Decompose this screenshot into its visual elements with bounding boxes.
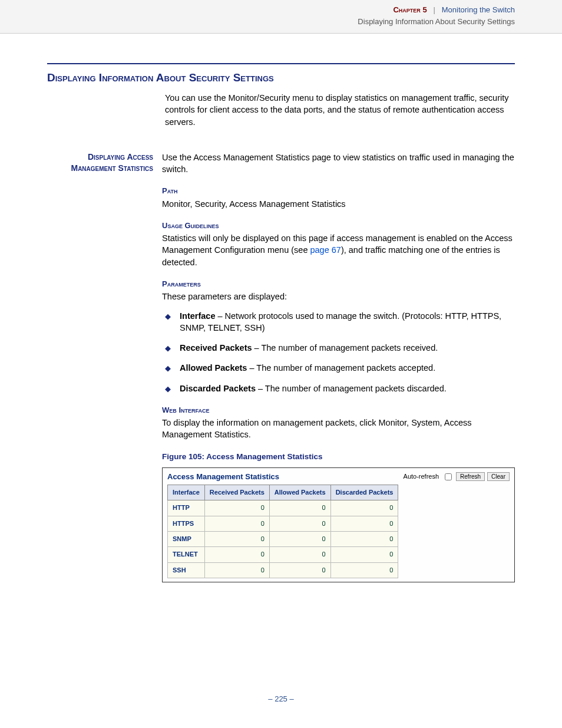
cell-num: 0 <box>269 547 330 562</box>
cell-num: 0 <box>204 562 269 578</box>
cell-proto: HTTP <box>168 500 205 516</box>
param-desc: – The number of management packets recei… <box>252 343 438 353</box>
stats-table: Interface Received Packets Allowed Packe… <box>167 485 398 578</box>
list-item: Received Packets – The number of managem… <box>162 342 515 354</box>
cell-num: 0 <box>204 500 269 516</box>
separator: | <box>429 5 439 14</box>
web-interface-text: To display the information on management… <box>162 417 515 441</box>
cell-proto: SNMP <box>168 532 205 547</box>
path-text: Monitor, Security, Access Management Sta… <box>162 198 515 210</box>
table-row: SNMP 0 0 0 <box>168 532 398 547</box>
page-number: – 225 – <box>0 694 562 704</box>
table-row: HTTPS 0 0 0 <box>168 516 398 531</box>
cell-proto: HTTPS <box>168 516 205 531</box>
figure-caption: Figure 105: Access Management Statistics <box>162 452 515 463</box>
table-row: HTTP 0 0 0 <box>168 500 398 516</box>
cell-num: 0 <box>330 500 398 516</box>
parameter-list: Interface – Network protocols used to ma… <box>162 310 515 394</box>
side-heading: Displaying Access Management Statistics <box>47 151 153 174</box>
cell-num: 0 <box>269 516 330 531</box>
figure-controls: Auto-refresh Refresh Clear <box>404 472 510 482</box>
param-name: Received Packets <box>180 343 252 353</box>
list-item: Allowed Packets – The number of manageme… <box>162 362 515 374</box>
page-link[interactable]: page 67 <box>310 245 340 255</box>
cell-num: 0 <box>269 562 330 578</box>
figure-title: Access Management Statistics <box>167 472 279 482</box>
refresh-button[interactable]: Refresh <box>456 472 485 481</box>
main-intro: Use the Access Management Statistics pag… <box>162 151 515 176</box>
param-name: Interface <box>180 311 215 321</box>
page-header: Chapter 5 | Monitoring the Switch Displa… <box>0 0 562 34</box>
header-subtitle: Displaying Information About Security Se… <box>47 17 515 27</box>
cell-proto: TELNET <box>168 547 205 562</box>
autorefresh-label: Auto-refresh <box>404 472 439 481</box>
figure-screenshot: Access Management Statistics Auto-refres… <box>162 467 515 583</box>
cell-num: 0 <box>330 562 398 578</box>
intro-text: You can use the Monitor/Security menu to… <box>165 92 515 128</box>
chapter-label: Chapter 5 <box>393 5 427 14</box>
th-received: Received Packets <box>204 485 269 500</box>
list-item: Discarded Packets – The number of manage… <box>162 383 515 394</box>
th-allowed: Allowed Packets <box>269 485 330 500</box>
param-desc: – Network protocols used to manage the s… <box>180 311 501 332</box>
usage-label: Usage Guidelines <box>162 220 515 231</box>
cell-num: 0 <box>330 547 398 562</box>
web-interface-label: Web Interface <box>162 405 515 416</box>
cell-num: 0 <box>204 547 269 562</box>
param-desc: – The number of management packets disca… <box>256 384 447 393</box>
param-name: Allowed Packets <box>180 363 247 373</box>
cell-num: 0 <box>204 532 269 547</box>
list-item: Interface – Network protocols used to ma… <box>162 310 515 334</box>
cell-num: 0 <box>330 516 398 531</box>
cell-num: 0 <box>269 532 330 547</box>
horizontal-rule <box>47 63 515 64</box>
table-header-row: Interface Received Packets Allowed Packe… <box>168 485 398 500</box>
param-desc: – The number of management packets accep… <box>247 363 435 373</box>
param-name: Discarded Packets <box>180 384 256 393</box>
table-row: SSH 0 0 0 <box>168 562 398 578</box>
cell-num: 0 <box>204 516 269 531</box>
cell-num: 0 <box>269 500 330 516</box>
autorefresh-checkbox[interactable] <box>445 473 452 480</box>
chapter-title: Monitoring the Switch <box>442 5 515 14</box>
parameters-intro: These parameters are displayed: <box>162 291 515 302</box>
table-row: TELNET 0 0 0 <box>168 547 398 562</box>
path-label: Path <box>162 186 515 196</box>
usage-text: Statistics will only be displayed on thi… <box>162 232 515 268</box>
parameters-label: Parameters <box>162 279 515 289</box>
clear-button[interactable]: Clear <box>487 472 510 481</box>
th-interface: Interface <box>168 485 205 500</box>
cell-num: 0 <box>330 532 398 547</box>
th-discarded: Discarded Packets <box>330 485 398 500</box>
cell-proto: SSH <box>168 562 205 578</box>
section-title: Displaying Information About Security Se… <box>47 70 515 86</box>
